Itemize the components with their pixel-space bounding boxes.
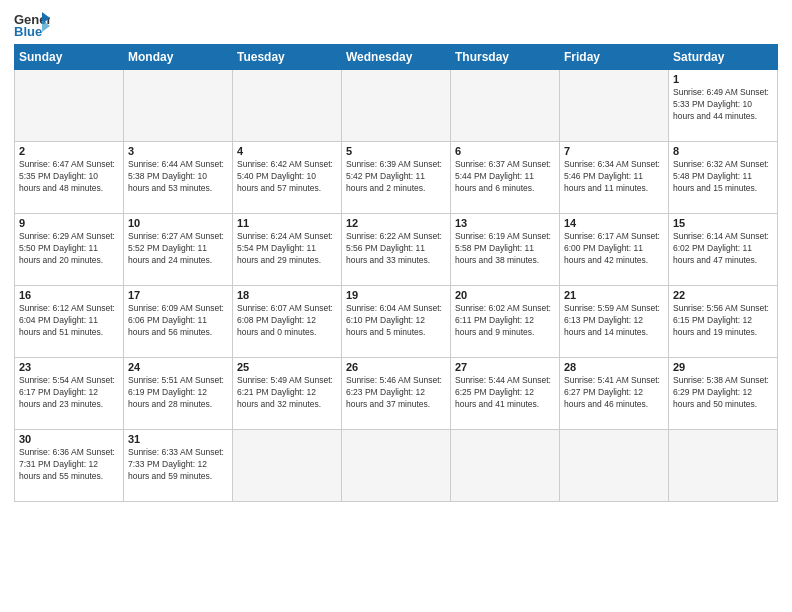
day-info: Sunrise: 6:09 AM Sunset: 6:06 PM Dayligh…	[128, 303, 228, 339]
day-number: 26	[346, 361, 446, 373]
week-row-0: 1Sunrise: 6:49 AM Sunset: 5:33 PM Daylig…	[15, 70, 778, 142]
day-info: Sunrise: 6:44 AM Sunset: 5:38 PM Dayligh…	[128, 159, 228, 195]
day-info: Sunrise: 6:32 AM Sunset: 5:48 PM Dayligh…	[673, 159, 773, 195]
day-number: 29	[673, 361, 773, 373]
day-number: 22	[673, 289, 773, 301]
calendar-cell: 21Sunrise: 5:59 AM Sunset: 6:13 PM Dayli…	[560, 286, 669, 358]
day-number: 6	[455, 145, 555, 157]
day-info: Sunrise: 6:14 AM Sunset: 6:02 PM Dayligh…	[673, 231, 773, 267]
calendar-cell: 28Sunrise: 5:41 AM Sunset: 6:27 PM Dayli…	[560, 358, 669, 430]
day-info: Sunrise: 6:47 AM Sunset: 5:35 PM Dayligh…	[19, 159, 119, 195]
day-number: 19	[346, 289, 446, 301]
calendar-cell: 5Sunrise: 6:39 AM Sunset: 5:42 PM Daylig…	[342, 142, 451, 214]
day-info: Sunrise: 6:27 AM Sunset: 5:52 PM Dayligh…	[128, 231, 228, 267]
day-info: Sunrise: 6:33 AM Sunset: 7:33 PM Dayligh…	[128, 447, 228, 483]
calendar-cell: 8Sunrise: 6:32 AM Sunset: 5:48 PM Daylig…	[669, 142, 778, 214]
day-number: 7	[564, 145, 664, 157]
day-info: Sunrise: 6:37 AM Sunset: 5:44 PM Dayligh…	[455, 159, 555, 195]
day-info: Sunrise: 5:44 AM Sunset: 6:25 PM Dayligh…	[455, 375, 555, 411]
day-info: Sunrise: 6:19 AM Sunset: 5:58 PM Dayligh…	[455, 231, 555, 267]
svg-text:Blue: Blue	[14, 24, 42, 38]
calendar-cell	[560, 430, 669, 502]
calendar-cell	[342, 430, 451, 502]
calendar-cell: 13Sunrise: 6:19 AM Sunset: 5:58 PM Dayli…	[451, 214, 560, 286]
day-number: 3	[128, 145, 228, 157]
week-row-1: 2Sunrise: 6:47 AM Sunset: 5:35 PM Daylig…	[15, 142, 778, 214]
day-number: 12	[346, 217, 446, 229]
day-info: Sunrise: 5:46 AM Sunset: 6:23 PM Dayligh…	[346, 375, 446, 411]
weekday-header-saturday: Saturday	[669, 45, 778, 70]
day-info: Sunrise: 5:49 AM Sunset: 6:21 PM Dayligh…	[237, 375, 337, 411]
day-number: 1	[673, 73, 773, 85]
header: General Blue	[14, 10, 778, 38]
day-number: 8	[673, 145, 773, 157]
calendar-cell: 17Sunrise: 6:09 AM Sunset: 6:06 PM Dayli…	[124, 286, 233, 358]
day-info: Sunrise: 6:17 AM Sunset: 6:00 PM Dayligh…	[564, 231, 664, 267]
calendar-cell: 4Sunrise: 6:42 AM Sunset: 5:40 PM Daylig…	[233, 142, 342, 214]
calendar-cell: 22Sunrise: 5:56 AM Sunset: 6:15 PM Dayli…	[669, 286, 778, 358]
calendar-cell: 16Sunrise: 6:12 AM Sunset: 6:04 PM Dayli…	[15, 286, 124, 358]
calendar-cell	[560, 70, 669, 142]
day-info: Sunrise: 6:34 AM Sunset: 5:46 PM Dayligh…	[564, 159, 664, 195]
day-number: 31	[128, 433, 228, 445]
day-number: 9	[19, 217, 119, 229]
calendar-cell: 20Sunrise: 6:02 AM Sunset: 6:11 PM Dayli…	[451, 286, 560, 358]
week-row-5: 30Sunrise: 6:36 AM Sunset: 7:31 PM Dayli…	[15, 430, 778, 502]
calendar-cell: 6Sunrise: 6:37 AM Sunset: 5:44 PM Daylig…	[451, 142, 560, 214]
calendar-cell	[451, 70, 560, 142]
day-number: 11	[237, 217, 337, 229]
calendar-cell: 31Sunrise: 6:33 AM Sunset: 7:33 PM Dayli…	[124, 430, 233, 502]
day-info: Sunrise: 6:49 AM Sunset: 5:33 PM Dayligh…	[673, 87, 773, 123]
calendar-cell: 14Sunrise: 6:17 AM Sunset: 6:00 PM Dayli…	[560, 214, 669, 286]
calendar: SundayMondayTuesdayWednesdayThursdayFrid…	[14, 44, 778, 502]
day-info: Sunrise: 5:59 AM Sunset: 6:13 PM Dayligh…	[564, 303, 664, 339]
calendar-cell: 18Sunrise: 6:07 AM Sunset: 6:08 PM Dayli…	[233, 286, 342, 358]
day-info: Sunrise: 6:12 AM Sunset: 6:04 PM Dayligh…	[19, 303, 119, 339]
day-info: Sunrise: 5:56 AM Sunset: 6:15 PM Dayligh…	[673, 303, 773, 339]
calendar-cell	[15, 70, 124, 142]
calendar-cell: 29Sunrise: 5:38 AM Sunset: 6:29 PM Dayli…	[669, 358, 778, 430]
day-info: Sunrise: 6:04 AM Sunset: 6:10 PM Dayligh…	[346, 303, 446, 339]
logo: General Blue	[14, 10, 50, 38]
weekday-header-wednesday: Wednesday	[342, 45, 451, 70]
calendar-cell: 24Sunrise: 5:51 AM Sunset: 6:19 PM Dayli…	[124, 358, 233, 430]
calendar-cell: 19Sunrise: 6:04 AM Sunset: 6:10 PM Dayli…	[342, 286, 451, 358]
day-number: 23	[19, 361, 119, 373]
weekday-header-monday: Monday	[124, 45, 233, 70]
logo-icon: General Blue	[14, 10, 50, 38]
day-info: Sunrise: 6:02 AM Sunset: 6:11 PM Dayligh…	[455, 303, 555, 339]
calendar-cell: 7Sunrise: 6:34 AM Sunset: 5:46 PM Daylig…	[560, 142, 669, 214]
calendar-cell: 30Sunrise: 6:36 AM Sunset: 7:31 PM Dayli…	[15, 430, 124, 502]
calendar-cell: 12Sunrise: 6:22 AM Sunset: 5:56 PM Dayli…	[342, 214, 451, 286]
day-number: 28	[564, 361, 664, 373]
day-info: Sunrise: 6:22 AM Sunset: 5:56 PM Dayligh…	[346, 231, 446, 267]
weekday-header-friday: Friday	[560, 45, 669, 70]
week-row-2: 9Sunrise: 6:29 AM Sunset: 5:50 PM Daylig…	[15, 214, 778, 286]
day-info: Sunrise: 6:24 AM Sunset: 5:54 PM Dayligh…	[237, 231, 337, 267]
weekday-header-sunday: Sunday	[15, 45, 124, 70]
day-number: 30	[19, 433, 119, 445]
weekday-header-thursday: Thursday	[451, 45, 560, 70]
day-number: 24	[128, 361, 228, 373]
calendar-cell	[451, 430, 560, 502]
day-number: 25	[237, 361, 337, 373]
calendar-cell: 9Sunrise: 6:29 AM Sunset: 5:50 PM Daylig…	[15, 214, 124, 286]
day-number: 21	[564, 289, 664, 301]
day-info: Sunrise: 5:54 AM Sunset: 6:17 PM Dayligh…	[19, 375, 119, 411]
day-number: 4	[237, 145, 337, 157]
calendar-cell: 23Sunrise: 5:54 AM Sunset: 6:17 PM Dayli…	[15, 358, 124, 430]
day-number: 13	[455, 217, 555, 229]
calendar-cell	[233, 430, 342, 502]
day-info: Sunrise: 6:36 AM Sunset: 7:31 PM Dayligh…	[19, 447, 119, 483]
day-number: 17	[128, 289, 228, 301]
day-info: Sunrise: 6:39 AM Sunset: 5:42 PM Dayligh…	[346, 159, 446, 195]
calendar-cell: 10Sunrise: 6:27 AM Sunset: 5:52 PM Dayli…	[124, 214, 233, 286]
day-number: 2	[19, 145, 119, 157]
day-number: 5	[346, 145, 446, 157]
day-info: Sunrise: 6:29 AM Sunset: 5:50 PM Dayligh…	[19, 231, 119, 267]
day-number: 16	[19, 289, 119, 301]
weekday-header-tuesday: Tuesday	[233, 45, 342, 70]
day-number: 15	[673, 217, 773, 229]
week-row-4: 23Sunrise: 5:54 AM Sunset: 6:17 PM Dayli…	[15, 358, 778, 430]
calendar-cell: 25Sunrise: 5:49 AM Sunset: 6:21 PM Dayli…	[233, 358, 342, 430]
